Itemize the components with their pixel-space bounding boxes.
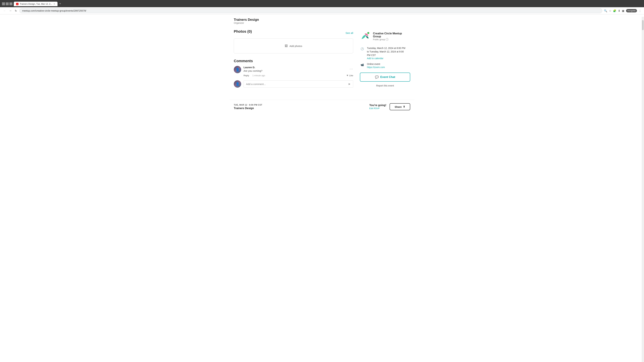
heart-icon: ♥ bbox=[347, 74, 348, 77]
user-avatar bbox=[234, 80, 241, 88]
location-info: Online event https://zoom.com bbox=[367, 62, 385, 68]
page-title: Trainers Design bbox=[234, 18, 414, 22]
share-label: Share bbox=[394, 105, 402, 108]
bookmark-icon[interactable]: ☆ bbox=[609, 9, 611, 12]
tab-favicon: m bbox=[16, 3, 18, 5]
more-options-button[interactable]: ··· bbox=[350, 67, 353, 71]
scrollbar-thumb[interactable] bbox=[642, 20, 644, 30]
incognito-badge: Incognito bbox=[626, 9, 637, 12]
url-bar[interactable]: meetup.com/creative-circle-meetup-group/… bbox=[19, 8, 602, 13]
avatar bbox=[234, 66, 241, 73]
comment-item: Lauren D. Are you coming? Reply 1 minute… bbox=[234, 66, 353, 77]
photos-section: Photos (0) See all 🖼 Add photos bbox=[234, 29, 353, 53]
comments-heading: Comments bbox=[234, 59, 353, 63]
like-button[interactable]: ♥ Like bbox=[347, 74, 353, 77]
back-button[interactable]: ← bbox=[3, 8, 7, 13]
going-section: You're going! Edit RSVP bbox=[369, 104, 386, 110]
scrollbar-track[interactable] bbox=[642, 17, 644, 360]
zoom-link[interactable]: https://zoom.com bbox=[367, 66, 385, 68]
group-logo-svg bbox=[360, 31, 371, 42]
group-name: Creative Circle Meetup Group bbox=[373, 32, 410, 38]
add-to-calendar-link[interactable]: Add to calendar bbox=[367, 57, 405, 60]
refresh-button[interactable]: ↻ bbox=[14, 8, 18, 13]
add-photos-box[interactable]: 🖼 Add photos bbox=[234, 38, 353, 53]
browser-chrome: ─ □ ✕ m Trainers Design, Tue, Mar 12, 2.… bbox=[0, 0, 644, 7]
tab-close-button[interactable]: ✕ bbox=[54, 3, 55, 5]
footer-event-info: TUE, MAR 12 · 8:00 PM CST Trainers Desig… bbox=[234, 104, 262, 110]
menu-icon[interactable]: ⋮ bbox=[639, 9, 641, 12]
footer-title: Trainers Design bbox=[234, 107, 262, 110]
group-card: Creative Circle Meetup Group Public grou… bbox=[360, 29, 410, 42]
tab-title: Trainers Design, Tue, Mar 12, 2... bbox=[20, 3, 52, 5]
location-row: 📹 Online event https://zoom.com bbox=[360, 62, 410, 68]
send-comment-button[interactable]: ► bbox=[346, 81, 353, 87]
event-chat-button[interactable]: 💬 Event Chat bbox=[360, 72, 410, 82]
footer-right: You're going! Edit RSVP Share ⬆ bbox=[369, 103, 410, 110]
event-chat-label: Event Chat bbox=[380, 75, 395, 79]
comment-text: Are you coming? bbox=[244, 69, 353, 72]
date-time-info: Tuesday, March 12, 2024 at 8:00 PM to Tu… bbox=[367, 46, 405, 60]
photos-heading: Photos (0) bbox=[234, 29, 252, 34]
location-icon: 📹 bbox=[360, 62, 364, 67]
split-icon[interactable]: ▣ bbox=[622, 9, 624, 12]
edit-rsvp-link[interactable]: Edit RSVP bbox=[369, 107, 380, 110]
address-bar: ← → ↻ meetup.com/creative-circle-meetup-… bbox=[0, 7, 644, 14]
maximize-button[interactable]: □ bbox=[6, 2, 9, 5]
location-type: Online event bbox=[367, 62, 385, 66]
svg-point-1 bbox=[367, 32, 369, 34]
page-content: Trainers Design Organizer Photos (0) See… bbox=[0, 14, 644, 360]
main-layout: Photos (0) See all 🖼 Add photos Comments… bbox=[230, 26, 414, 100]
group-type: Public group ? bbox=[373, 38, 410, 41]
comment-time: 1 minute ago bbox=[252, 74, 265, 77]
comment-body: Lauren D. Are you coming? Reply 1 minute… bbox=[244, 66, 353, 77]
date-time-row: 🕐 Tuesday, March 12, 2024 at 8:00 PM to … bbox=[360, 46, 410, 60]
group-info: Creative Circle Meetup Group Public grou… bbox=[373, 32, 410, 41]
chat-icon: 💬 bbox=[375, 75, 379, 79]
comments-section: Comments Lauren D. Are you coming? Reply… bbox=[234, 59, 353, 88]
group-logo[interactable] bbox=[360, 31, 371, 42]
comment-author: Lauren D. bbox=[244, 66, 353, 69]
minimize-button[interactable]: ─ bbox=[2, 2, 5, 5]
right-column: Creative Circle Meetup Group Public grou… bbox=[360, 29, 410, 93]
active-tab[interactable]: m Trainers Design, Tue, Mar 12, 2... ✕ bbox=[14, 2, 58, 6]
forward-button[interactable]: → bbox=[8, 8, 12, 13]
comment-input-wrap: ► bbox=[244, 80, 353, 88]
window-controls: ─ □ ✕ bbox=[2, 2, 12, 5]
report-event-link[interactable]: Report this event bbox=[360, 84, 410, 87]
left-column: Photos (0) See all 🖼 Add photos Comments… bbox=[234, 29, 353, 93]
footer-bar: TUE, MAR 12 · 8:00 PM CST Trainers Desig… bbox=[230, 100, 414, 114]
url-text: meetup.com/creative-circle-meetup-group/… bbox=[22, 9, 86, 12]
page-title-section: Trainers Design Organizer bbox=[230, 14, 414, 26]
search-icon[interactable]: 🔍 bbox=[604, 9, 607, 12]
footer-date: TUE, MAR 12 · 8:00 PM CST bbox=[234, 104, 262, 106]
add-photos-label: Add photos bbox=[290, 44, 302, 47]
download-icon[interactable]: ⬇ bbox=[618, 9, 620, 12]
see-all-link[interactable]: See all bbox=[346, 31, 353, 34]
share-icon: ⬆ bbox=[403, 105, 405, 108]
comment-input-row: ► bbox=[234, 80, 353, 88]
close-button[interactable]: ✕ bbox=[10, 2, 12, 5]
browser-actions: 🔍 ☆ 🧩 ⬇ ▣ Incognito ⋮ bbox=[604, 9, 641, 12]
date-time-text: Tuesday, March 12, 2024 at 8:00 PM to Tu… bbox=[367, 46, 405, 57]
like-label: Like bbox=[349, 74, 353, 77]
info-icon[interactable]: ? bbox=[386, 38, 388, 41]
photos-header: Photos (0) See all bbox=[234, 29, 353, 36]
photo-icon: 🖼 bbox=[285, 44, 288, 48]
comment-actions: Reply 1 minute ago ♥ Like bbox=[244, 74, 353, 77]
tab-bar: m Trainers Design, Tue, Mar 12, 2... ✕ + bbox=[14, 1, 62, 6]
extensions-icon[interactable]: 🧩 bbox=[613, 9, 616, 12]
share-button[interactable]: Share ⬆ bbox=[390, 103, 410, 110]
reply-button[interactable]: Reply bbox=[244, 74, 249, 77]
clock-icon: 🕐 bbox=[360, 46, 364, 51]
event-details: 🕐 Tuesday, March 12, 2024 at 8:00 PM to … bbox=[360, 46, 410, 68]
going-label: You're going! bbox=[369, 104, 386, 107]
comment-input[interactable] bbox=[244, 81, 346, 87]
new-tab-button[interactable]: + bbox=[58, 1, 62, 6]
organizer-label: Organizer bbox=[234, 22, 414, 24]
